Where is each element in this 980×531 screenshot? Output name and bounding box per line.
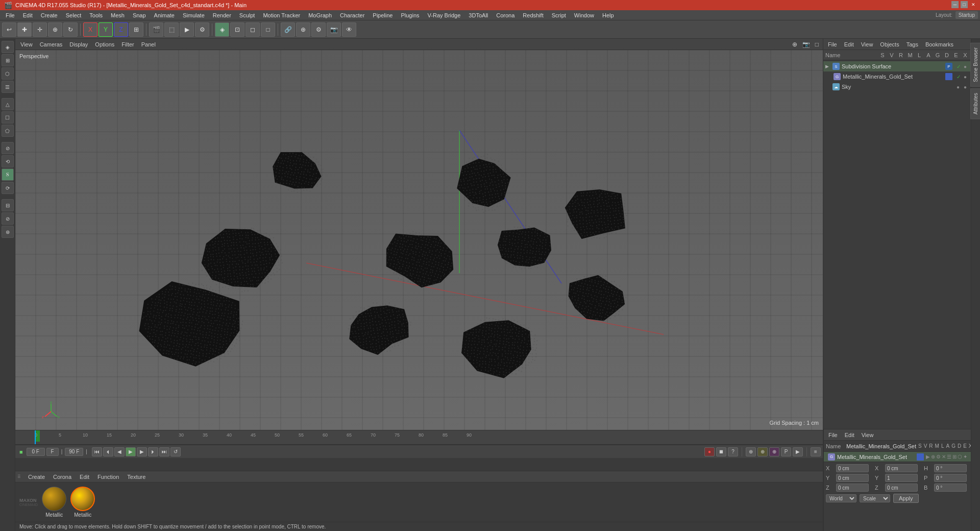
attr-icon8[interactable]: ✦ (963, 454, 967, 460)
vp-menu-view[interactable]: View (17, 40, 36, 49)
attr-icon3[interactable]: ⚙ (936, 454, 941, 460)
toolbar-x-axis[interactable]: X (83, 22, 97, 37)
mat-menu-function[interactable]: Function (94, 473, 122, 481)
toolbar-select-filter[interactable]: ⚙ (311, 22, 326, 37)
btn-timeline-more[interactable]: ≡ (811, 447, 821, 456)
sb-model-mode[interactable]: ◈ (2, 41, 14, 53)
obj-item-sky[interactable]: ▶ ☁ Sky ● ● (823, 82, 971, 92)
material-swatch-0[interactable]: Metallic (42, 487, 66, 518)
vtab-scene-browser[interactable]: Scene Browser (970, 43, 980, 87)
btn-step-fwd[interactable]: ⏵ (148, 447, 158, 456)
btn-step-back[interactable]: ⏴ (103, 447, 113, 456)
menu-sculpt[interactable]: Sculpt (236, 11, 259, 19)
attr-icon4[interactable]: ✕ (942, 454, 946, 460)
menu-mesh[interactable]: Mesh (107, 11, 128, 19)
toolbar-z-axis[interactable]: Z (114, 22, 128, 37)
material-swatch-1[interactable]: Metallic (70, 487, 95, 518)
mat-menu-edit[interactable]: Edit (77, 473, 92, 481)
coord-z2-input[interactable] (885, 484, 918, 492)
menu-motion-tracker[interactable]: Motion Tracker (259, 11, 304, 19)
vp-menu-display[interactable]: Display (66, 40, 91, 49)
sb-paint[interactable]: ⟳ (2, 182, 14, 194)
menu-snap[interactable]: Snap (129, 11, 150, 19)
viewport[interactable]: Perspective Grid Spacing : 1 cm x y z (15, 50, 823, 430)
menu-3dtoall[interactable]: 3DToAll (465, 11, 492, 19)
layout-selector[interactable]: Startup (955, 11, 978, 19)
mat-menu-create[interactable]: Create (25, 473, 48, 481)
sb-texture-mode[interactable]: ⊞ (2, 54, 14, 66)
menu-animate[interactable]: Animate (151, 11, 178, 19)
vp-menu-filter[interactable]: Filter (118, 40, 137, 49)
toolbar-object-mode[interactable]: ◈ (215, 22, 229, 37)
coord-y-input[interactable] (836, 474, 869, 482)
close-button[interactable]: ✕ (970, 1, 977, 8)
attr-icon5[interactable]: ☰ (947, 454, 951, 460)
toolbar-enable-axis[interactable]: ⊕ (296, 22, 310, 37)
menu-help[interactable]: Help (599, 11, 618, 19)
btn-loop[interactable]: ↺ (170, 447, 181, 456)
vp-maximize[interactable]: □ (813, 40, 821, 49)
toolbar-rotate[interactable]: ↻ (63, 22, 78, 37)
sb-layer[interactable]: ☰ (2, 81, 14, 93)
attr-icon1[interactable]: ▶ (926, 454, 930, 460)
obj-menu-objects[interactable]: Objects (877, 40, 901, 49)
obj-item-subdivision[interactable]: ▶ S Subdivision Surface P ✓ ● (823, 61, 971, 71)
obj-menu-bookmarks[interactable]: Bookmarks (923, 40, 956, 49)
btn-play[interactable]: ▶ (126, 447, 136, 456)
obj-menu-file[interactable]: File (825, 40, 840, 49)
current-frame-input[interactable] (27, 448, 45, 456)
toolbar-snap[interactable]: 🔗 (281, 22, 295, 37)
btn-auto-key[interactable]: ⏹ (716, 447, 726, 456)
btn-goto-end[interactable]: ⏭ (159, 447, 169, 456)
toolbar-edge-mode[interactable]: ⊡ (230, 22, 244, 37)
menu-mograph[interactable]: MoGraph (305, 11, 335, 19)
vp-expand[interactable]: ⊕ (790, 40, 799, 49)
mat-menu-corona[interactable]: Corona (50, 473, 75, 481)
menu-window[interactable]: Window (571, 11, 598, 19)
btn-key-selection[interactable]: ? (728, 447, 738, 456)
end-frame-input[interactable] (65, 448, 83, 456)
attr-menu-file[interactable]: File (826, 431, 840, 439)
sb-grid3[interactable]: ⊛ (2, 226, 14, 238)
sb-sculpt2[interactable]: 𝐒 (2, 168, 14, 181)
menu-corona[interactable]: Corona (493, 11, 518, 19)
sb-scale2[interactable]: ☐ (2, 111, 14, 124)
menu-vray[interactable]: V-Ray Bridge (424, 11, 464, 19)
btn-pos-key[interactable]: ⊕ (746, 447, 756, 456)
attr-icon6[interactable]: ⊞ (952, 454, 957, 460)
attr-menu-view[interactable]: View (859, 431, 876, 439)
attr-menu-edit[interactable]: Edit (842, 431, 857, 439)
btn-rot-key[interactable]: ⊕ (757, 447, 768, 456)
menu-select[interactable]: Select (62, 11, 85, 19)
menu-render[interactable]: Render (209, 11, 235, 19)
scale-dropdown[interactable]: Scale Absolute (860, 494, 890, 502)
btn-play-fwd[interactable]: ▶ (137, 447, 147, 456)
vp-menu-options[interactable]: Options (92, 40, 117, 49)
toolbar-scale[interactable]: ⊕ (48, 22, 62, 37)
coord-y2-input[interactable] (885, 474, 918, 482)
sb-rotate2[interactable]: ⬠ (2, 125, 14, 137)
sb-grid2[interactable]: ⊘ (2, 212, 14, 225)
menu-plugins[interactable]: Plugins (397, 11, 423, 19)
toolbar-move[interactable]: ✛ (33, 22, 47, 37)
attr-icon2[interactable]: ⊕ (931, 454, 935, 460)
menu-redshift[interactable]: Redshift (519, 11, 547, 19)
coord-x2-input[interactable] (885, 464, 918, 472)
vtab-attributes[interactable]: Attributes (970, 88, 980, 119)
vp-menu-cameras[interactable]: Cameras (37, 40, 66, 49)
coord-x-input[interactable] (836, 464, 869, 472)
obj-menu-tags[interactable]: Tags (904, 40, 921, 49)
coord-b-input[interactable] (934, 484, 967, 492)
toolbar-render-region[interactable]: ⬚ (164, 22, 179, 37)
vp-menu-panel[interactable]: Panel (138, 40, 159, 49)
timeline-ruler[interactable]: 0 5 10 15 20 25 30 35 40 45 50 55 60 65 … (15, 430, 823, 445)
toolbar-world[interactable]: ⊞ (129, 22, 143, 37)
toolbar-undo[interactable]: ↩ (2, 22, 16, 37)
sb-poly-mode[interactable]: ⬡ (2, 67, 14, 80)
sb-spline[interactable]: ⟲ (2, 155, 14, 167)
toolbar-live-select[interactable]: ✚ (17, 22, 32, 37)
coord-h-input[interactable] (934, 464, 967, 472)
btn-record-mode[interactable]: ● (704, 447, 715, 456)
btn-param-key[interactable]: P (781, 447, 791, 456)
toolbar-render-queue[interactable]: 📷 (327, 22, 341, 37)
